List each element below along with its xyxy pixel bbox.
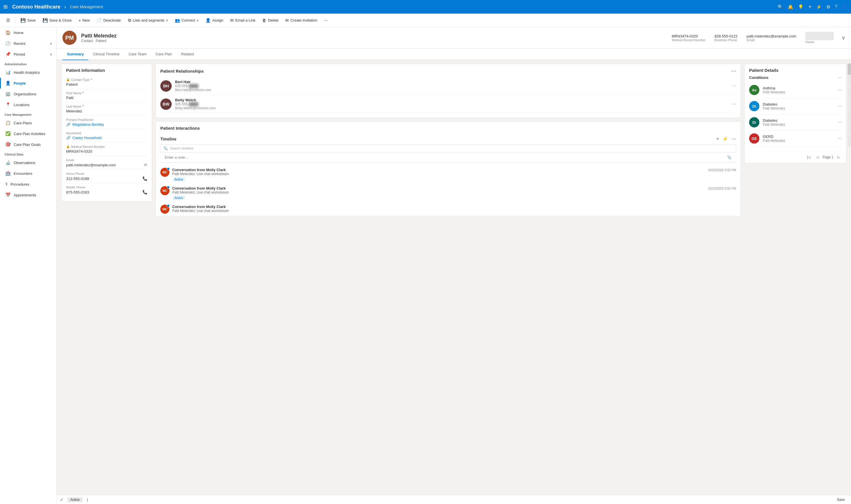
prev-page-btn[interactable]: ◁ <box>814 155 820 160</box>
help-icon[interactable]: ? <box>835 4 837 10</box>
condition-menu-icon[interactable]: ⋯ <box>838 104 841 108</box>
home-icon: 🏠 <box>5 30 11 35</box>
home-phone-value: 312-555-0188 📞 <box>66 176 147 181</box>
timeline-header: Timeline + ⚡ ⋯ <box>156 133 741 144</box>
sidebar-item-label: Health Analytics <box>14 70 40 75</box>
sidebar-item-care-plans[interactable]: 📋 Care Plans <box>0 118 56 128</box>
timeline-item-info: Conversation from Molly Clark Patti Mele… <box>172 168 705 182</box>
practitioner-field: Primary Practitioner 🔗 Magdalena Bentley <box>66 116 147 129</box>
right-icon-star[interactable]: ⭐ <box>848 111 851 123</box>
timeline-note-input[interactable] <box>160 155 727 160</box>
tab-care-plan[interactable]: Care Plan <box>151 49 177 60</box>
lists-segments-button[interactable]: ⚙ Lists and segments ∨ <box>125 16 171 25</box>
right-icon-heart[interactable]: 🤍 <box>848 64 851 75</box>
home-phone-label: Home Phone <box>66 172 147 175</box>
sidebar-item-label: Home <box>14 31 23 35</box>
email-link-button[interactable]: ✉ Email a Link <box>227 16 258 25</box>
sidebar-item-care-plan-activities[interactable]: ✅ Care Plan Activities <box>0 128 56 139</box>
notifications-icon[interactable]: 🔔 <box>788 4 793 10</box>
create-invitation-button[interactable]: ✉ Create Invitation <box>282 16 320 25</box>
save-close-button[interactable]: 💾 Save & Close <box>40 16 75 25</box>
home-phone-call-icon[interactable]: 📞 <box>142 176 147 181</box>
user-icon[interactable]: 👤 <box>842 4 848 10</box>
save-button[interactable]: 💾 Save <box>18 16 39 25</box>
email-copy-icon[interactable]: ✉ <box>144 163 147 167</box>
sidebar-item-home[interactable]: 🏠 Home <box>0 27 56 38</box>
right-icon-document[interactable]: 📄 <box>848 75 851 87</box>
filter-icon[interactable]: ⚡ <box>816 4 822 10</box>
condition-menu-icon[interactable]: ⋯ <box>838 120 841 125</box>
sidebar-item-label: Care Plan Goals <box>14 142 40 147</box>
timeline-add-icon[interactable]: + <box>717 136 719 142</box>
right-icon-share[interactable]: ↑ <box>848 135 851 146</box>
status-badge: Active <box>68 497 83 502</box>
relationships-more-icon[interactable]: ⋯ <box>731 68 736 74</box>
patient-details-card: Patient Details Conditions ⋯ As Asthma P… <box>744 64 847 163</box>
expand-icon[interactable]: ⤢ <box>60 498 63 502</box>
sidebar-item-locations[interactable]: 📍 Locations <box>0 99 56 110</box>
sidebar-item-care-plan-goals[interactable]: 🎯 Care Plan Goals <box>0 139 56 150</box>
conditions-more-icon[interactable]: ⋯ <box>838 75 841 80</box>
search-icon[interactable]: 🔍 <box>778 4 783 10</box>
deactivate-button[interactable]: 📄 Deactivate <box>94 16 123 25</box>
organizations-icon: 🏢 <box>5 91 11 96</box>
app-grid-icon[interactable]: ⊞ <box>3 4 8 10</box>
lightbulb-icon[interactable]: 💡 <box>798 4 803 10</box>
lists-icon: ⚙ <box>128 18 131 23</box>
condition-menu-icon[interactable]: ⋯ <box>838 88 841 92</box>
sidebar-item-appointments[interactable]: 📅 Appointments <box>0 190 56 200</box>
sidebar-item-pinned[interactable]: 📌 Pinned ∨ <box>0 49 56 59</box>
collapse-icon[interactable]: ∨ <box>841 35 845 41</box>
encounters-icon: 🏥 <box>5 171 11 176</box>
status-save-button[interactable]: Save <box>834 496 848 503</box>
next-page-btn[interactable]: ▷ <box>836 155 841 160</box>
sidebar-item-health-analytics[interactable]: 📊 Health Analytics <box>0 67 56 78</box>
relation-menu-icon[interactable]: ⋯ <box>731 83 736 89</box>
right-icon-eye[interactable]: 👁 <box>848 123 851 134</box>
relation-info: Betty Welch 925-555-████ Betty.Welch@con… <box>175 98 728 110</box>
timeline-more-icon[interactable]: ⋯ <box>731 136 736 142</box>
more-button[interactable]: ⋯ <box>321 16 330 24</box>
patient-details-header: Patient Details <box>745 64 846 75</box>
sidebar-item-recent[interactable]: 🕐 Recent ∨ <box>0 38 56 49</box>
household-link[interactable]: 🔗 Casey Household <box>66 136 102 140</box>
practitioner-link[interactable]: 🔗 Magdalena Bentley <box>66 122 104 127</box>
email-field-value: patti.melendez@example.com ✉ <box>66 163 147 167</box>
connect-button[interactable]: 👥 Connect ∨ <box>172 16 201 25</box>
sidebar-item-procedures[interactable]: ⚕ Procedures <box>0 179 56 190</box>
timeline-avatar: MC <box>160 168 169 177</box>
timeline-item-info: Conversation from Molly Clark Patti Mele… <box>172 204 736 213</box>
household-link-icon: 🔗 <box>66 136 71 140</box>
right-icon-calendar[interactable]: 📅 <box>848 87 851 99</box>
mrn-label: Medical Record Number <box>672 38 705 42</box>
add-icon[interactable]: + <box>808 4 812 10</box>
mrn-field-label: 🔒 Medical Record Number <box>66 145 147 148</box>
tab-summary[interactable]: Summary <box>62 49 88 60</box>
conditions-header: Conditions ⋯ <box>745 75 846 82</box>
sidebar-item-people[interactable]: 👤 People <box>0 78 56 89</box>
relation-menu-icon[interactable]: ⋯ <box>731 101 736 107</box>
delete-button[interactable]: 🗑 Delete <box>259 16 282 24</box>
sidebar-item-encounters[interactable]: 🏥 Encounters <box>0 168 56 179</box>
last-name-value: Melendez <box>66 109 147 113</box>
timeline-filter-icon[interactable]: ⚡ <box>722 136 728 142</box>
sidebar-item-observations[interactable]: 🔬 Observations <box>0 157 56 168</box>
right-icon-edit[interactable]: ✏ <box>848 99 851 111</box>
sidebar-item-label: Locations <box>14 103 30 107</box>
attachment-icon[interactable]: 📎 <box>727 155 731 160</box>
hamburger-button[interactable]: ☰ <box>3 16 13 25</box>
email-field-info: Email patti.melendez@example.com ✉ <box>66 156 147 170</box>
tab-care-team[interactable]: Care Team <box>124 49 151 60</box>
sidebar-item-organizations[interactable]: 🏢 Organizations <box>0 89 56 99</box>
mrn-field-info: 🔒 Medical Record Number MRN3474-0320 <box>66 142 147 156</box>
settings-icon[interactable]: ⚙ <box>826 4 830 10</box>
patient-interactions-header: Patient Interactions <box>156 122 741 133</box>
new-button[interactable]: + New <box>75 16 92 24</box>
mobile-phone-call-icon[interactable]: 📞 <box>142 190 147 194</box>
tab-related[interactable]: Related <box>177 49 198 60</box>
condition-menu-icon[interactable]: ⋯ <box>838 136 841 141</box>
first-page-btn[interactable]: |◁ <box>805 155 812 160</box>
tab-clinical-timeline[interactable]: Clinical Timeline <box>88 49 124 60</box>
assign-button[interactable]: 👤 Assign <box>203 16 226 25</box>
condition-name: Diabetes <box>763 102 834 106</box>
